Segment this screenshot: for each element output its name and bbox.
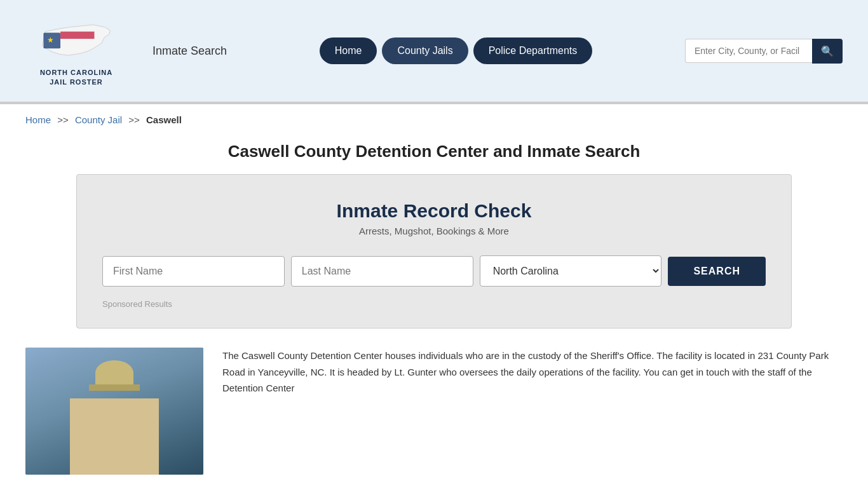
breadcrumb-sep2: >> [128,114,140,125]
breadcrumb: Home >> County Jail >> Caswell [0,104,868,135]
breadcrumb-current: Caswell [146,114,182,125]
first-name-input[interactable] [102,256,285,287]
header-search-button[interactable]: 🔍 [812,39,843,64]
main-nav: Home County Jails Police Departments [246,37,666,64]
facility-description: The Caswell County Detention Center hous… [222,348,843,475]
breadcrumb-sep1: >> [57,114,69,125]
svg-rect-1 [60,31,94,39]
last-name-input[interactable] [291,256,473,287]
inmate-search-form: AlabamaAlaskaArizonaArkansasCaliforniaCo… [102,255,766,287]
sponsored-results-label: Sponsored Results [102,299,766,309]
breadcrumb-home-link[interactable]: Home [25,114,51,125]
nav-home-button[interactable]: Home [320,37,377,64]
facility-image [25,348,203,475]
dome-shape [95,360,133,386]
page-title: Caswell County Detention Center and Inma… [25,142,843,161]
building-shape [70,398,159,475]
logo-area: ★ NORTH CAROLINA JAIL ROSTER [25,15,127,88]
nav-county-jails-button[interactable]: County Jails [382,37,468,64]
logo-text: NORTH CAROLINA JAIL ROSTER [40,68,112,88]
nav-police-departments-button[interactable]: Police Departments [473,37,593,64]
inmate-search-label: Inmate Search [153,44,227,58]
record-check-box: Inmate Record Check Arrests, Mugshot, Bo… [76,174,792,329]
site-header: ★ NORTH CAROLINA JAIL ROSTER Inmate Sear… [0,0,868,102]
dome-base-shape [89,384,140,391]
svg-rect-2 [60,39,94,46]
nc-logo-icon: ★ [35,15,118,65]
search-icon: 🔍 [821,46,834,57]
record-check-subtitle: Arrests, Mugshot, Bookings & More [102,226,766,236]
facility-image-placeholder [25,348,203,475]
search-button[interactable]: SEARCH [668,257,766,286]
header-search-input[interactable] [685,39,812,63]
record-check-title: Inmate Record Check [102,200,766,222]
svg-text:★: ★ [47,36,54,44]
breadcrumb-county-jail-link[interactable]: County Jail [75,114,122,125]
content-section: The Caswell County Detention Center hous… [25,348,843,487]
state-select[interactable]: AlabamaAlaskaArizonaArkansasCaliforniaCo… [480,255,662,287]
header-search-area: 🔍 [685,39,843,64]
